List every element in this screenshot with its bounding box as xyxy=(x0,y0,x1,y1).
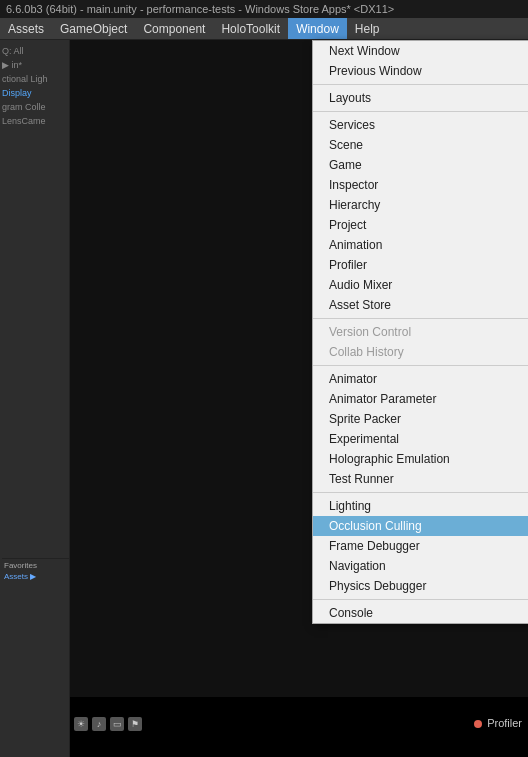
dd-item-audio-mixer[interactable]: Audio MixerCtrl+8 xyxy=(313,275,528,295)
dd-item-label: Experimental xyxy=(329,432,399,446)
dd-item-label: Animator Parameter xyxy=(329,392,436,406)
title-text: 6.6.0b3 (64bit) - main.unity - performan… xyxy=(6,3,394,15)
dd-separator-4 xyxy=(313,111,528,112)
dd-item-label: Game xyxy=(329,158,362,172)
dd-separator-31 xyxy=(313,599,528,600)
dd-item-label: Project xyxy=(329,218,366,232)
scene-icons: ☀ ♪ ▭ ⚑ xyxy=(74,717,142,731)
favorites-label: Favorites xyxy=(4,561,70,570)
lp-line-5: LensCame xyxy=(2,114,67,128)
dd-item-frame-debugger[interactable]: Frame Debugger xyxy=(313,536,528,556)
dd-item-label: Navigation xyxy=(329,559,386,573)
dd-item-label: Frame Debugger xyxy=(329,539,420,553)
lp-line-0: Q: All xyxy=(2,44,67,58)
lp-line-1: ▶ in* xyxy=(2,58,67,72)
dd-item-asset-store[interactable]: Asset StoreCtrl+9 xyxy=(313,295,528,315)
dd-item-profiler[interactable]: ProfilerCtrl+7 xyxy=(313,255,528,275)
dd-item-experimental[interactable]: Experimental▶ xyxy=(313,429,528,449)
dd-item-scene[interactable]: SceneCtrl+1 xyxy=(313,135,528,155)
dd-item-label: Sprite Packer xyxy=(329,412,401,426)
menu-component[interactable]: Component xyxy=(135,18,213,39)
dd-item-sprite-packer[interactable]: Sprite Packer xyxy=(313,409,528,429)
dd-item-hierarchy[interactable]: HierarchyCtrl+4 xyxy=(313,195,528,215)
dd-item-label: Animator xyxy=(329,372,377,386)
dd-item-label: Layouts xyxy=(329,91,371,105)
profiler-dot xyxy=(474,720,482,728)
menu-holotoolkit[interactable]: HoloToolkit xyxy=(213,18,288,39)
dd-item-lighting[interactable]: Lighting▶ xyxy=(313,496,528,516)
dd-item-label: Inspector xyxy=(329,178,378,192)
scene-icon-1[interactable]: ☀ xyxy=(74,717,88,731)
menu-gameobject[interactable]: GameObject xyxy=(52,18,135,39)
dd-item-holographic-emulation[interactable]: Holographic Emulation xyxy=(313,449,528,469)
dd-item-services[interactable]: ServicesCtrl+0 xyxy=(313,115,528,135)
dd-item-label: Version Control xyxy=(329,325,411,339)
assets-bar: Favorites Assets ▶ xyxy=(2,558,70,598)
dd-item-label: Scene xyxy=(329,138,363,152)
dd-item-console[interactable]: ConsoleCtrl+Shift+C xyxy=(313,603,528,623)
left-panel: Q: All ▶ in* ctional Ligh Display gram C… xyxy=(0,40,70,757)
dd-item-label: Test Runner xyxy=(329,472,394,486)
dd-item-version-control: Version Control xyxy=(313,322,528,342)
menu-bar: Assets GameObject Component HoloToolkit … xyxy=(0,18,528,40)
dd-item-next-window[interactable]: Next WindowCtrl+Tab xyxy=(313,41,528,61)
scene-icon-2[interactable]: ♪ xyxy=(92,717,106,731)
scene-icon-3[interactable]: ▭ xyxy=(110,717,124,731)
dd-item-project[interactable]: ProjectCtrl+5 xyxy=(313,215,528,235)
dropdown-menu: Next WindowCtrl+TabPrevious WindowCtrl+S… xyxy=(312,40,528,624)
dd-item-layouts[interactable]: Layouts▶ xyxy=(313,88,528,108)
dd-item-previous-window[interactable]: Previous WindowCtrl+Shift+Tab xyxy=(313,61,528,81)
menu-window[interactable]: Window xyxy=(288,18,347,39)
menu-help[interactable]: Help xyxy=(347,18,388,39)
dd-item-animator-parameter[interactable]: Animator Parameter xyxy=(313,389,528,409)
dd-item-label: Profiler xyxy=(329,258,367,272)
dd-item-label: Previous Window xyxy=(329,64,422,78)
dd-item-game[interactable]: GameCtrl+2 xyxy=(313,155,528,175)
dd-separator-15 xyxy=(313,318,528,319)
lp-line-3: Display xyxy=(2,86,67,100)
dd-item-occlusion-culling[interactable]: Occlusion Culling xyxy=(313,516,528,536)
lp-line-4: gram Colle xyxy=(2,100,67,114)
dd-separator-2 xyxy=(313,84,528,85)
dd-separator-25 xyxy=(313,492,528,493)
profiler-label: Profiler xyxy=(474,717,522,729)
dd-item-test-runner[interactable]: Test Runner xyxy=(313,469,528,489)
dd-item-label: Hierarchy xyxy=(329,198,380,212)
dd-item-collab-history: Collab History xyxy=(313,342,528,362)
dd-item-inspector[interactable]: InspectorCtrl+3 xyxy=(313,175,528,195)
dd-item-label: Holographic Emulation xyxy=(329,452,450,466)
dd-item-label: Audio Mixer xyxy=(329,278,392,292)
dd-item-navigation[interactable]: Navigation xyxy=(313,556,528,576)
dd-item-label: Physics Debugger xyxy=(329,579,426,593)
menu-assets[interactable]: Assets xyxy=(0,18,52,39)
dd-item-label: Asset Store xyxy=(329,298,391,312)
dd-item-label: Next Window xyxy=(329,44,400,58)
dd-item-label: Services xyxy=(329,118,375,132)
dd-separator-18 xyxy=(313,365,528,366)
dd-item-label: Console xyxy=(329,606,373,620)
dd-item-animation[interactable]: AnimationCtrl+6 xyxy=(313,235,528,255)
assets-label: Assets ▶ xyxy=(4,572,70,581)
dd-item-label: Animation xyxy=(329,238,382,252)
lp-line-2: ctional Ligh xyxy=(2,72,67,86)
dd-item-physics-debugger[interactable]: Physics Debugger xyxy=(313,576,528,596)
dd-item-label: Lighting xyxy=(329,499,371,513)
dd-item-label: Occlusion Culling xyxy=(329,519,422,533)
dd-item-label: Collab History xyxy=(329,345,404,359)
title-bar: 6.6.0b3 (64bit) - main.unity - performan… xyxy=(0,0,528,18)
dd-item-animator[interactable]: Animator xyxy=(313,369,528,389)
scene-icon-4[interactable]: ⚑ xyxy=(128,717,142,731)
